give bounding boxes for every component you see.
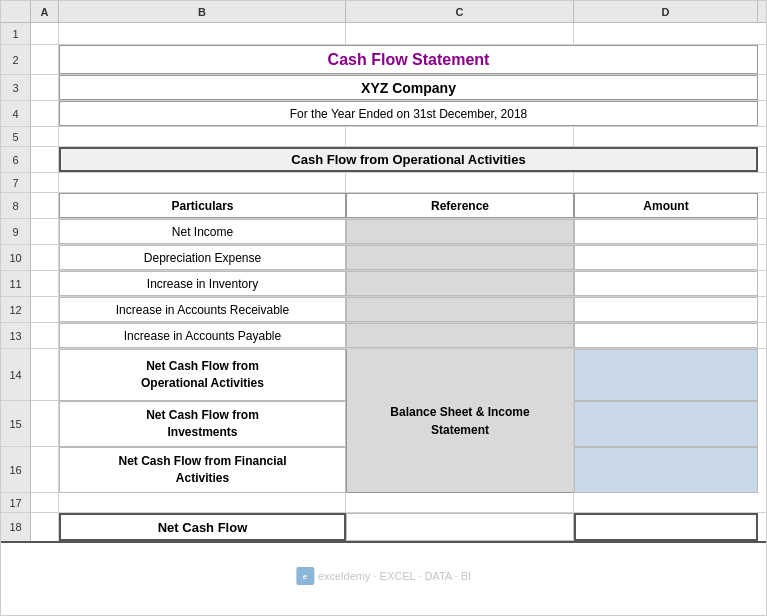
cell-d11	[574, 271, 758, 296]
section-header-text: Cash Flow from Operational Activities	[291, 152, 525, 167]
row-6: 6 Cash Flow from Operational Activities	[1, 147, 766, 173]
cell-a12	[31, 297, 59, 322]
cell-a10	[31, 245, 59, 270]
row-num-18: 18	[1, 513, 31, 541]
cell-d1	[574, 23, 758, 44]
cell-d9	[574, 219, 758, 244]
cell-a1	[31, 23, 59, 44]
cell-a11	[31, 271, 59, 296]
cell-d18	[574, 513, 758, 541]
column-header-row: A B C D	[1, 1, 766, 23]
company-text: XYZ Company	[361, 80, 456, 96]
cell-a9	[31, 219, 59, 244]
cell-c12	[346, 297, 574, 322]
cell-c8-reference: Reference	[346, 193, 574, 218]
row-18: 18 Net Cash Flow	[1, 513, 766, 543]
row-num-14: 14	[1, 349, 31, 401]
cell-a14	[31, 349, 59, 401]
cell-d13	[574, 323, 758, 348]
row-17: 17	[1, 493, 766, 513]
col-a-14-16	[31, 349, 59, 493]
watermark-text: exceldemy · EXCEL · DATA · BI	[318, 570, 471, 582]
row-3: 3 XYZ Company	[1, 75, 766, 101]
row-num-17: 17	[1, 493, 31, 512]
row-num-8: 8	[1, 193, 31, 218]
cell-b9: Net Income	[59, 219, 346, 244]
cell-d5	[574, 127, 758, 146]
cell-b12: Increase in Accounts Receivable	[59, 297, 346, 322]
row-num-9: 9	[1, 219, 31, 244]
cell-b15: Net Cash Flow from Investments	[59, 401, 346, 447]
row-9: 9 Net Income	[1, 219, 766, 245]
row-num-15: 15	[1, 401, 31, 447]
spreadsheet: A B C D 1 2 Cash Flow Statement 3 XYZ Co…	[0, 0, 767, 616]
cell-c7	[346, 173, 574, 192]
row-7: 7	[1, 173, 766, 193]
corner-cell	[1, 1, 31, 22]
cell-a4	[31, 101, 59, 126]
row-8: 8 Particulars Reference Amount	[1, 193, 766, 219]
col-header-a: A	[31, 1, 59, 22]
watermark: e exceldemy · EXCEL · DATA · BI	[296, 567, 471, 585]
cell-b5	[59, 127, 346, 146]
cell-a7	[31, 173, 59, 192]
row-1: 1	[1, 23, 766, 45]
cell-b8-particulars: Particulars	[59, 193, 346, 218]
cell-a15	[31, 401, 59, 447]
cell-a2	[31, 45, 59, 74]
cell-a16	[31, 447, 59, 493]
reference-text: Balance Sheet & Income Statement	[390, 403, 529, 439]
row-num-16: 16	[1, 447, 31, 493]
cell-c11	[346, 271, 574, 296]
row-10: 10 Depreciation Expense	[1, 245, 766, 271]
col-header-b: B	[59, 1, 346, 22]
cell-d16	[574, 447, 758, 493]
row-num-12: 12	[1, 297, 31, 322]
cell-c18	[346, 513, 574, 541]
col-header-d: D	[574, 1, 758, 22]
cell-section-header: Cash Flow from Operational Activities	[59, 147, 758, 172]
row-4: 4 For the Year Ended on 31st December, 2…	[1, 101, 766, 127]
cell-c5	[346, 127, 574, 146]
rows-14-16-flex: 14 15 16 Net Cash Flow from Operational …	[1, 349, 766, 493]
cell-b1	[59, 23, 346, 44]
cell-b14: Net Cash Flow from Operational Activitie…	[59, 349, 346, 401]
cell-title: Cash Flow Statement	[59, 45, 758, 74]
row-12: 12 Increase in Accounts Receivable	[1, 297, 766, 323]
cell-a17	[31, 493, 59, 512]
cell-a8	[31, 193, 59, 218]
row-num-5: 5	[1, 127, 31, 146]
cell-b16: Net Cash Flow from Financial Activities	[59, 447, 346, 493]
cell-d8-amount: Amount	[574, 193, 758, 218]
cell-company: XYZ Company	[59, 75, 758, 100]
row-num-10: 10	[1, 245, 31, 270]
row-num-7: 7	[1, 173, 31, 192]
cell-c10	[346, 245, 574, 270]
cell-c9	[346, 219, 574, 244]
cell-b17	[59, 493, 346, 512]
cell-a18	[31, 513, 59, 541]
row-num-13: 13	[1, 323, 31, 348]
cell-b7	[59, 173, 346, 192]
row-num-1: 1	[1, 23, 31, 44]
title-text: Cash Flow Statement	[328, 51, 490, 69]
cell-c-merged-ref: Balance Sheet & Income Statement	[346, 349, 574, 493]
row-13: 13 Increase in Accounts Payable	[1, 323, 766, 349]
col-b-14-16: Net Cash Flow from Operational Activitie…	[59, 349, 346, 493]
row-num-4: 4	[1, 101, 31, 126]
grid-body: 1 2 Cash Flow Statement 3 XYZ Company 4	[1, 23, 766, 543]
row-num-2: 2	[1, 45, 31, 74]
row-11: 11 Increase in Inventory	[1, 271, 766, 297]
col-d-14-16	[574, 349, 758, 493]
cell-d10	[574, 245, 758, 270]
cell-a5	[31, 127, 59, 146]
cell-d7	[574, 173, 758, 192]
cell-b13: Increase in Accounts Payable	[59, 323, 346, 348]
cell-d17	[574, 493, 758, 512]
cell-c1	[346, 23, 574, 44]
cell-a6	[31, 147, 59, 172]
cell-subtitle: For the Year Ended on 31st December, 201…	[59, 101, 758, 126]
row-num-11: 11	[1, 271, 31, 296]
row-nums-14-16: 14 15 16	[1, 349, 31, 493]
watermark-logo: e	[296, 567, 314, 585]
